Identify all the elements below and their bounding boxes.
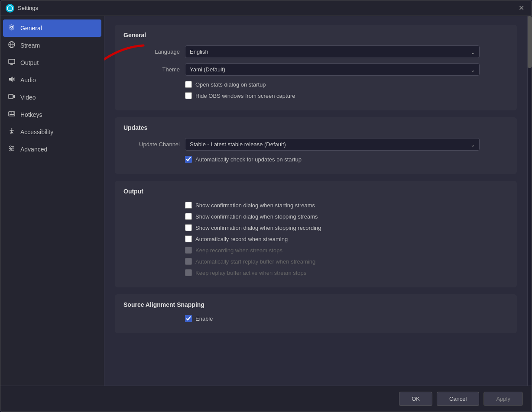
svg-rect-15 <box>10 114 14 115</box>
cancel-button[interactable]: Cancel <box>437 392 479 406</box>
enable-snapping-checkbox[interactable] <box>185 315 192 322</box>
svg-rect-9 <box>9 94 13 99</box>
settings-window: Settings ✕ General <box>0 0 532 412</box>
confirm-stop-label[interactable]: Show confirmation dialog when stopping s… <box>195 213 318 220</box>
footer: OK Cancel Apply <box>0 386 532 412</box>
confirm-start-checkbox[interactable] <box>185 202 192 209</box>
stats-label[interactable]: Open stats dialog on startup <box>195 81 266 88</box>
general-icon <box>7 24 16 32</box>
language-row: Language English <box>123 45 508 58</box>
auto-replay-label: Automatically start replay buffer when s… <box>195 258 315 265</box>
svg-rect-12 <box>10 113 10 113</box>
snapping-section-title: Source Alignment Snapping <box>123 301 508 308</box>
updates-section: Updates Update Channel Stable - Latest s… <box>115 117 517 174</box>
confirm-stop-rec-label[interactable]: Show confirmation dialog when stopping r… <box>195 225 321 231</box>
theme-label: Theme <box>123 66 180 73</box>
output-section: Output Show confirmation dialog when sta… <box>115 181 517 287</box>
language-select-wrapper: English <box>185 45 480 58</box>
sidebar-item-stream[interactable]: Stream <box>0 37 104 54</box>
auto-record-checkbox[interactable] <box>185 235 192 242</box>
svg-point-16 <box>11 129 13 130</box>
channel-label: Update Channel <box>123 141 180 148</box>
sidebar-item-general[interactable]: General <box>3 19 101 37</box>
scrollbar-track[interactable] <box>527 16 532 386</box>
ok-button[interactable]: OK <box>399 392 432 406</box>
sidebar-label-general: General <box>20 25 42 32</box>
theme-select[interactable]: Yami (Default) <box>185 63 480 76</box>
stream-icon <box>7 41 16 50</box>
sidebar-item-advanced[interactable]: Advanced <box>0 141 104 158</box>
svg-point-21 <box>12 148 14 149</box>
channel-select[interactable]: Stable - Latest stable release (Default) <box>185 138 480 151</box>
auto-update-checkbox[interactable] <box>185 156 192 163</box>
auto-record-label[interactable]: Automatically record when streaming <box>195 236 288 242</box>
scrollbar-thumb[interactable] <box>528 16 532 68</box>
app-icon <box>6 4 14 13</box>
enable-snapping-label[interactable]: Enable <box>195 315 213 322</box>
keep-recording-row: Keep recording when stream stops <box>185 247 508 254</box>
sidebar-label-advanced: Advanced <box>20 146 47 153</box>
confirm-stop-rec-checkbox[interactable] <box>185 224 192 231</box>
svg-point-20 <box>10 146 11 148</box>
keep-replay-label: Keep replay buffer active when stream st… <box>195 270 306 276</box>
content-area: General Stream <box>0 16 532 386</box>
main-panel: General Language English Theme Yami (Def… <box>104 16 527 386</box>
confirm-stop-rec-row: Show confirmation dialog when stopping r… <box>185 224 508 231</box>
sidebar-item-video[interactable]: Video <box>0 89 104 106</box>
sidebar-label-stream: Stream <box>20 42 40 49</box>
auto-update-label[interactable]: Automatically check for updates on start… <box>195 156 302 163</box>
hide-obs-checkbox-row: Hide OBS windows from screen capture <box>185 92 508 99</box>
auto-replay-checkbox <box>185 258 192 265</box>
confirm-start-row: Show confirmation dialog when starting s… <box>185 202 508 209</box>
sidebar-item-hotkeys[interactable]: Hotkeys <box>0 106 104 123</box>
general-section: General Language English Theme Yami (Def… <box>115 25 517 110</box>
confirm-stop-checkbox[interactable] <box>185 213 192 220</box>
audio-icon <box>7 76 16 84</box>
close-button[interactable]: ✕ <box>516 3 526 13</box>
sidebar-item-accessibility[interactable]: Accessibility <box>0 123 104 141</box>
language-label: Language <box>123 48 180 55</box>
svg-point-1 <box>9 7 11 9</box>
auto-replay-row: Automatically start replay buffer when s… <box>185 258 508 265</box>
general-section-title: General <box>123 32 508 39</box>
svg-point-22 <box>10 149 12 151</box>
sidebar-item-output[interactable]: Output <box>0 54 104 71</box>
keep-replay-checkbox <box>185 269 192 276</box>
svg-rect-14 <box>13 113 14 113</box>
video-icon <box>7 93 16 102</box>
sidebar-label-video: Video <box>20 94 36 101</box>
keep-recording-label: Keep recording when stream stops <box>195 247 282 254</box>
channel-row: Update Channel Stable - Latest stable re… <box>123 138 508 151</box>
svg-rect-5 <box>9 59 15 64</box>
channel-select-wrapper: Stable - Latest stable release (Default) <box>185 138 480 151</box>
enable-snapping-row: Enable <box>185 315 508 322</box>
hide-obs-label[interactable]: Hide OBS windows from screen capture <box>195 93 295 99</box>
updates-section-title: Updates <box>123 124 508 131</box>
hide-obs-checkbox[interactable] <box>185 92 192 99</box>
theme-row: Theme Yami (Default) <box>123 63 508 76</box>
sidebar: General Stream <box>0 16 104 386</box>
stats-checkbox-row: Open stats dialog on startup <box>185 81 508 88</box>
auto-update-checkbox-row: Automatically check for updates on start… <box>185 156 508 163</box>
window-title: Settings <box>18 5 38 11</box>
theme-select-wrapper: Yami (Default) <box>185 63 480 76</box>
sidebar-item-audio[interactable]: Audio <box>0 71 104 89</box>
hotkeys-icon <box>7 110 16 119</box>
snapping-section: Source Alignment Snapping Enable <box>115 294 517 333</box>
keep-recording-checkbox <box>185 247 192 254</box>
language-select[interactable]: English <box>185 45 480 58</box>
auto-record-row: Automatically record when streaming <box>185 235 508 242</box>
stats-checkbox[interactable] <box>185 81 192 88</box>
svg-rect-11 <box>9 112 15 116</box>
keep-replay-row: Keep replay buffer active when stream st… <box>185 269 508 276</box>
svg-rect-13 <box>11 113 12 113</box>
sidebar-label-output: Output <box>20 59 39 66</box>
sidebar-label-audio: Audio <box>20 77 36 84</box>
accessibility-icon <box>7 128 16 136</box>
apply-button[interactable]: Apply <box>483 392 523 406</box>
svg-marker-8 <box>9 77 13 82</box>
advanced-icon <box>7 145 16 154</box>
confirm-stop-row: Show confirmation dialog when stopping s… <box>185 213 508 220</box>
confirm-start-label[interactable]: Show confirmation dialog when starting s… <box>195 202 315 209</box>
output-icon <box>7 58 16 67</box>
